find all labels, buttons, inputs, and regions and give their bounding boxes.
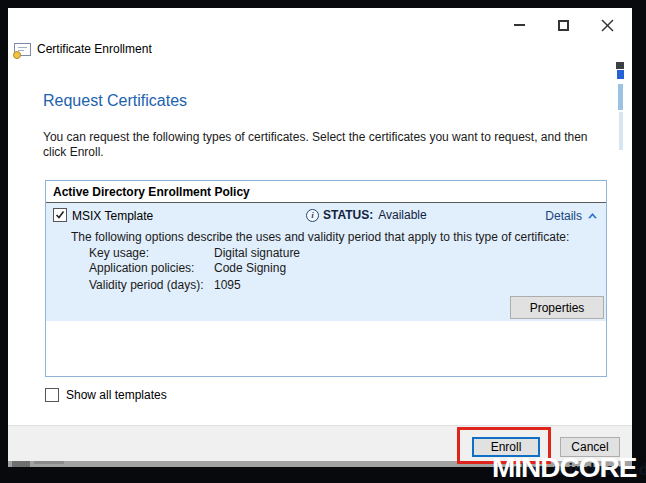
edge-artifact [619,112,623,150]
checkbox-check-icon [55,210,65,220]
status-value: Available [378,208,426,222]
maximize-button[interactable] [548,14,578,36]
edge-artifact [618,84,623,110]
details-label: Details [545,209,582,223]
watermark-brand: MINDCORE [492,452,636,483]
template-checkbox[interactable] [53,208,67,222]
status-label: STATUS: [323,208,373,222]
validity-period-label: Validity period (days): [89,278,214,292]
app-title: Certificate Enrollment [37,42,152,56]
show-all-templates-row[interactable]: Show all templates [45,388,167,402]
maximize-icon [558,20,569,31]
details-description: The following options describe the uses … [71,230,569,244]
show-all-templates-label: Show all templates [66,388,167,402]
properties-button[interactable]: Properties [510,296,604,319]
show-all-templates-checkbox[interactable] [45,388,59,402]
info-icon: i [306,209,319,222]
key-usage-row: Key usage: Digital signature [89,246,300,260]
details-toggle[interactable]: Details [545,209,597,223]
enrollment-policy-panel: Active Directory Enrollment Policy MSIX … [45,180,607,377]
template-row[interactable]: MSIX Template i STATUS: Available Detail… [46,203,606,228]
app-header: Certificate Enrollment [14,41,152,57]
status-group: i STATUS: Available [306,208,427,222]
policy-panel-title: Active Directory Enrollment Policy [46,181,606,202]
application-policies-value: Code Signing [214,261,286,275]
edge-artifact [616,62,624,69]
edge-artifact [12,461,30,467]
application-policies-label: Application policies: [89,261,214,275]
key-usage-label: Key usage: [89,246,214,260]
key-usage-value: Digital signature [214,246,300,260]
page-title: Request Certificates [43,92,187,110]
certificate-enrollment-window: Certificate Enrollment Request Certifica… [8,8,632,467]
template-name: MSIX Template [72,209,153,223]
validity-period-row: Validity period (days): 1095 [89,278,241,292]
close-button[interactable] [592,14,622,36]
chevron-up-icon [588,213,597,219]
minimize-icon [514,24,525,26]
edge-artifact [617,70,624,79]
validity-period-value: 1095 [214,278,241,292]
application-policies-row: Application policies: Code Signing [89,261,286,275]
edge-artifact [34,461,64,464]
page-description: You can request the following types of c… [43,130,588,160]
certificate-icon [14,43,31,56]
close-icon [601,19,614,32]
minimize-button[interactable] [504,14,534,36]
